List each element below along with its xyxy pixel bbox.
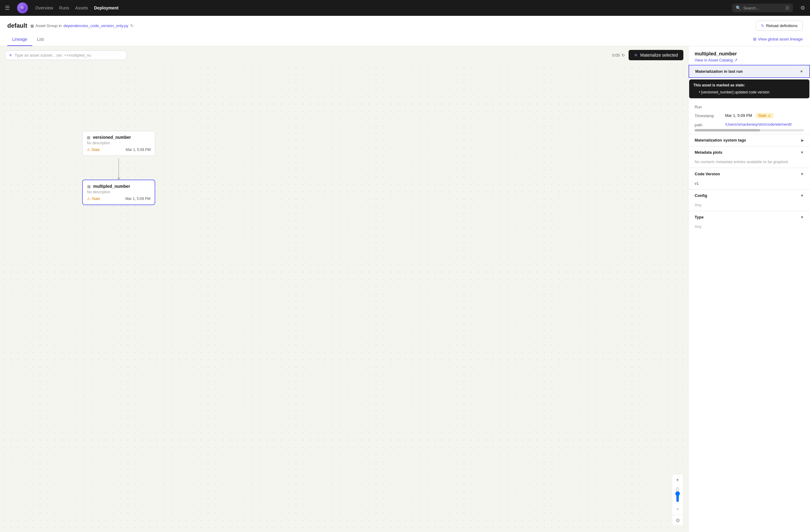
nav-deployment[interactable]: Deployment: [94, 5, 118, 10]
section-system-tags-label: Materialization system tags: [695, 138, 746, 142]
nav-assets[interactable]: Assets: [75, 5, 88, 10]
right-panel-title: multipled_number: [695, 51, 804, 57]
catalog-link-label: View in Asset Catalog: [695, 58, 733, 62]
type-value: Any: [688, 223, 810, 232]
breadcrumb-refresh-icon[interactable]: ↻: [130, 23, 134, 28]
section-code-version-chevron: ▼: [800, 172, 804, 176]
horizontal-scrollbar[interactable]: [695, 129, 804, 131]
stale-tooltip: This asset is marked as stale: [versione…: [689, 79, 809, 98]
zoom-home-button[interactable]: ⊙: [672, 515, 683, 526]
asset-node-name: multipled_number: [93, 184, 130, 189]
asset-node-icon: ▦: [87, 135, 91, 140]
zoom-out-button[interactable]: −: [672, 504, 683, 515]
reload-icon: ↻: [761, 23, 764, 28]
settings-icon[interactable]: ⚙: [800, 4, 805, 11]
mat-value-timestamp: Mar 1, 5:09 PM Stale ⚠: [725, 113, 804, 118]
page-header: default ▦ Asset Group in dependencies_co…: [0, 16, 810, 46]
tab-list[interactable]: List: [32, 34, 49, 46]
asset-node-icon: ▦: [87, 184, 91, 189]
asset-node-versioned-number[interactable]: ▦ versioned_number No description ⚠ Stal…: [82, 131, 155, 156]
code-version-value: v1: [688, 180, 810, 189]
asset-node-name: versioned_number: [93, 135, 131, 140]
scrollbar-thumb: [695, 129, 760, 131]
mat-row-timestamp: Timestamp Mar 1, 5:09 PM Stale ⚠: [688, 111, 810, 120]
stale-icon: ⚠: [87, 148, 90, 152]
main-content: ✳ Type an asset subset... (ex: ++multipl…: [0, 46, 810, 532]
mat-row-run: Run: [688, 102, 810, 111]
section-system-tags-header[interactable]: Materialization system tags ▶: [688, 134, 810, 146]
section-code-version-label: Code Version: [695, 172, 720, 176]
nav-overview[interactable]: Overview: [35, 5, 53, 10]
timer-value: 0:05: [612, 53, 620, 58]
timer-refresh-icon[interactable]: ↻: [621, 53, 625, 58]
page-title: default: [7, 22, 27, 29]
stale-inline-tag: Stale ⚠: [756, 113, 774, 118]
materialize-selected-button[interactable]: ✳ Materialize selected: [629, 50, 683, 60]
section-materialization-header[interactable]: Materialization in last run ▼ This asset…: [688, 65, 810, 78]
zoom-slider[interactable]: [675, 487, 681, 502]
mat-label-run: Run: [695, 104, 725, 109]
nav-links: Overview Runs Assets Deployment: [35, 5, 118, 10]
section-materialization-label: Materialization in last run: [695, 69, 743, 74]
asset-subset-input[interactable]: ✳ Type an asset subset... (ex: ++multipl…: [5, 50, 127, 60]
zoom-in-button[interactable]: +: [672, 474, 683, 485]
zoom-controls: + − ⊙: [672, 474, 683, 526]
section-config-header[interactable]: Config ▼: [688, 189, 810, 201]
config-value: Any: [688, 201, 810, 211]
breadcrumb-link[interactable]: dependencies_code_version_only.py: [64, 23, 128, 28]
asset-node-multipled-number[interactable]: ▦ multipled_number No description ⚠ Stal…: [82, 180, 155, 205]
hamburger-icon[interactable]: ☰: [5, 4, 10, 11]
asset-node-description: No description: [87, 190, 150, 194]
section-config-chevron: ▼: [800, 194, 804, 198]
search-box[interactable]: 🔍 Search... /: [732, 4, 793, 12]
canvas-area: ✳ Type an asset subset... (ex: ++multipl…: [0, 46, 688, 532]
stale-icon: ⚠: [87, 197, 91, 201]
asset-timestamp: Mar 1, 5:09 PM: [125, 197, 150, 201]
materialization-fields: Run Timestamp Mar 1, 5:09 PM Stale ⚠ pat…: [688, 102, 810, 129]
materialize-label: Materialize selected: [640, 53, 678, 58]
global-lineage-icon: ⊞: [753, 37, 757, 42]
view-in-catalog-link[interactable]: View in Asset Catalog ↗: [695, 58, 804, 62]
canvas-viewport[interactable]: ▦ versioned_number No description ⚠ Stal…: [0, 64, 688, 532]
section-materialization-chevron: ▼: [800, 69, 803, 74]
search-slash: /: [785, 6, 789, 10]
canvas-timer: 0:05 ↻: [612, 53, 625, 58]
breadcrumb-text: Asset Group in: [36, 23, 62, 28]
mat-label-path: path: [695, 122, 725, 127]
view-global-lineage-label: View global asset lineage: [758, 37, 803, 42]
reload-definitions-button[interactable]: ↻ Reload definitions: [756, 21, 803, 31]
nav-runs[interactable]: Runs: [59, 5, 69, 10]
materialize-star-icon: ✳: [634, 53, 638, 58]
page-header-left: default ▦ Asset Group in dependencies_co…: [7, 22, 134, 29]
tooltip-item: [versioned_number] updated code version: [696, 90, 805, 95]
section-code-version-header[interactable]: Code Version ▼: [688, 168, 810, 180]
section-system-tags-chevron: ▶: [801, 138, 804, 142]
section-config-label: Config: [695, 193, 707, 198]
mat-label-timestamp: Timestamp: [695, 113, 725, 118]
section-metadata-plots-label: Metadata plots: [695, 150, 722, 155]
stale-badge: ⚠ Stale: [87, 197, 100, 201]
subset-star-icon: ✳: [9, 53, 12, 58]
reload-definitions-label: Reload definitions: [766, 23, 797, 28]
view-global-lineage-link[interactable]: ⊞ View global asset lineage: [753, 37, 803, 42]
section-metadata-plots-header[interactable]: Metadata plots ▼: [688, 146, 810, 158]
section-type-chevron: ▼: [800, 215, 804, 220]
section-type-header[interactable]: Type ▼: [688, 211, 810, 223]
svg-point-0: [19, 5, 26, 11]
subset-placeholder: Type an asset subset... (ex: ++multipled…: [15, 53, 91, 58]
section-metadata-plots-chevron: ▼: [800, 150, 804, 155]
tooltip-title: This asset is marked as stale:: [693, 82, 805, 88]
external-link-icon: ↗: [734, 58, 738, 62]
right-panel: multipled_number View in Asset Catalog ↗…: [688, 46, 810, 532]
mat-value-path: /Users/smackesey/stm/code/elementl/: [725, 122, 804, 127]
search-placeholder: Search...: [743, 6, 759, 10]
tab-lineage[interactable]: Lineage: [7, 34, 32, 46]
right-panel-header: multipled_number View in Asset Catalog ↗: [688, 46, 810, 65]
metadata-plots-empty-text: No numeric metadata entries available to…: [688, 158, 810, 168]
section-type-label: Type: [695, 215, 703, 220]
canvas-toolbar: ✳ Type an asset subset... (ex: ++multipl…: [0, 46, 688, 64]
asset-node-description: No description: [87, 141, 151, 145]
stale-badge: ⚠ Stale: [87, 148, 99, 152]
search-icon: 🔍: [736, 5, 741, 10]
breadcrumb: ▦ Asset Group in dependencies_code_versi…: [30, 23, 134, 28]
